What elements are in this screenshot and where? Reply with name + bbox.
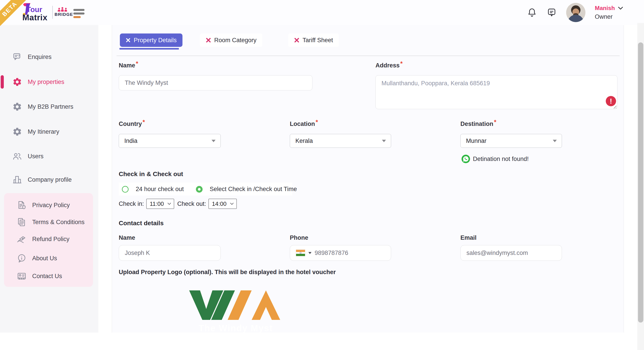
address-textarea[interactable]: Mullanthandu, Pooppara, Kerala 685619 — [376, 75, 618, 109]
contact-phone-label: Phone — [290, 234, 308, 241]
radio-select-time[interactable] — [196, 186, 202, 193]
close-x-icon[interactable] — [126, 38, 130, 43]
sidebar-item-label: My Itinerary — [28, 128, 59, 135]
select-chevron-icon — [168, 203, 171, 205]
tourmatrix-wordmark: Tour Matrix — [22, 3, 52, 22]
chevron-down-icon — [618, 7, 623, 10]
header-actions: Manish Owner — [527, 0, 628, 25]
required-asterisk: * — [494, 119, 496, 126]
gear-icon — [12, 102, 22, 112]
bridge-logo: BRIDGE — [54, 6, 70, 17]
sidebar-item-label: Refund Policy — [32, 236, 70, 243]
user-avatar[interactable] — [566, 3, 586, 22]
required-asterisk: * — [136, 60, 138, 67]
contact-name-input[interactable]: Joseph K — [119, 245, 221, 261]
beta-label: BETA — [1, 0, 18, 18]
sidebar-item-about-us[interactable]: About Us — [4, 252, 93, 265]
country-value: India — [124, 138, 138, 145]
checkin-time-select[interactable]: 11:00 — [146, 199, 174, 209]
destination-label: Destination* — [460, 121, 496, 128]
sidebar-item-terms-conditions[interactable]: Terms & Conditions — [4, 215, 93, 229]
bottom-strip — [0, 333, 644, 350]
sidebar-item-label: My properties — [28, 79, 64, 85]
sidebar-item-company-profile[interactable]: Company profile — [0, 173, 98, 187]
radio-24h-checkout[interactable] — [122, 186, 128, 193]
sidebar-item-b2b-partners[interactable]: My B2B Partners — [0, 100, 98, 114]
dropdown-caret-icon — [553, 140, 557, 142]
checkinout-heading: Check in & Check out — [119, 171, 183, 178]
tab-tariff-sheet[interactable]: Tariff Sheet — [288, 33, 339, 47]
location-select[interactable]: Kerala — [290, 134, 391, 148]
sidebar-item-label: Privacy Policy — [32, 202, 70, 209]
whatsapp-icon[interactable] — [461, 155, 470, 164]
required-asterisk: * — [143, 119, 145, 126]
property-name-value: The Windy Myst — [125, 79, 168, 86]
checkin-time-value: 11:00 — [150, 200, 164, 207]
sidebar-item-privacy-policy[interactable]: Privacy Policy — [4, 198, 93, 212]
country-select[interactable]: India — [119, 134, 221, 148]
tab-room-category[interactable]: Room Category — [200, 33, 262, 47]
hamburger-menu-icon[interactable] — [73, 9, 85, 18]
contact-name-value: Joseph K — [125, 250, 150, 256]
sidebar-item-enquires[interactable]: ? Enquires — [0, 50, 98, 64]
dropdown-caret-icon — [382, 140, 386, 142]
gear-icon — [12, 127, 22, 137]
top-header: BETA Tour Matrix BRIDGE — [0, 0, 644, 25]
bridge-people-icon — [54, 6, 70, 11]
destination-value: Munnar — [466, 138, 486, 145]
sidebar-item-my-properties[interactable]: My properties — [0, 75, 98, 89]
close-x-icon[interactable] — [206, 37, 211, 43]
sidebar-item-users[interactable]: Users — [0, 149, 98, 164]
location-label: Location* — [290, 121, 318, 128]
dropdown-caret-icon — [212, 140, 216, 142]
sidebar-item-label: Contact Us — [32, 273, 62, 280]
property-form-panel: Property Details Room Category Tariff Sh… — [112, 25, 624, 333]
property-name-input[interactable]: The Windy Myst — [119, 75, 312, 90]
windy-myst-wordmark: The Windy Myst — [188, 323, 284, 333]
scrollbar-thumb[interactable] — [638, 42, 643, 323]
page-scrollbar[interactable] — [637, 23, 644, 350]
contact-phone-value: 9898787876 — [314, 250, 348, 256]
upload-logo-note: Upload Property Logo (optional). This wi… — [119, 269, 336, 276]
destination-warning: Detination not found! — [461, 155, 528, 164]
close-x-icon[interactable] — [294, 37, 300, 43]
required-asterisk: * — [400, 60, 403, 67]
contact-email-value: sales@windymyst.com — [466, 250, 528, 256]
india-flag-icon[interactable] — [296, 250, 305, 256]
contact-details-heading: Contact details — [119, 220, 164, 227]
location-value: Kerala — [296, 138, 313, 145]
tab-label: Property Details — [134, 37, 177, 44]
company-building-icon — [12, 175, 22, 184]
destination-select[interactable]: Munnar — [460, 134, 562, 148]
active-tab-underline — [120, 48, 179, 49]
notifications-bell-icon[interactable] — [527, 7, 537, 18]
destination-warning-text: Detination not found! — [473, 156, 528, 163]
address-label: Address* — [376, 62, 403, 69]
address-value: Mullanthandu, Pooppara, Kerala 685619 — [382, 80, 490, 87]
checkout-time-select[interactable]: 14:00 — [208, 199, 237, 209]
tab-property-details[interactable]: Property Details — [120, 33, 182, 47]
messages-chat-icon[interactable] — [546, 7, 557, 18]
sidebar-item-my-itinerary[interactable]: My Itinerary — [0, 125, 98, 139]
radio-select-time-label[interactable]: Select Check in /Check out Time — [210, 186, 297, 193]
tab-label: Tariff Sheet — [302, 37, 333, 44]
brand-matrix-text: Matrix — [22, 13, 48, 22]
contact-phone-input[interactable]: 9898787876 — [290, 245, 391, 261]
sidebar-item-refund-policy[interactable]: Refund Policy — [4, 232, 93, 246]
checkin-checkout-times: Check in: 11:00 Check out: 14:00 — [119, 199, 240, 209]
sidebar-item-label: Enquires — [28, 54, 52, 60]
user-menu: Manish Owner — [595, 5, 628, 20]
radio-24h-label[interactable]: 24 hour check out — [136, 186, 184, 193]
terms-conditions-icon — [17, 217, 26, 227]
flag-dropdown-caret-icon[interactable] — [308, 252, 312, 254]
user-menu-trigger[interactable]: Manish — [595, 5, 628, 11]
contact-email-input[interactable]: sales@windymyst.com — [460, 245, 562, 261]
brand-logo[interactable]: Tour Matrix BRIDGE — [22, 3, 70, 22]
bridge-text: BRIDGE — [54, 12, 70, 17]
contact-card-icon — [17, 271, 26, 281]
sidebar-item-contact-us[interactable]: Contact Us — [4, 269, 93, 283]
checkout-time-value: 14:00 — [212, 200, 226, 207]
sidebar-item-label: Terms & Conditions — [32, 219, 84, 226]
address-error-icon: ! — [606, 96, 616, 106]
checkinout-radio-group: 24 hour check out Select Check in /Check… — [122, 186, 302, 193]
